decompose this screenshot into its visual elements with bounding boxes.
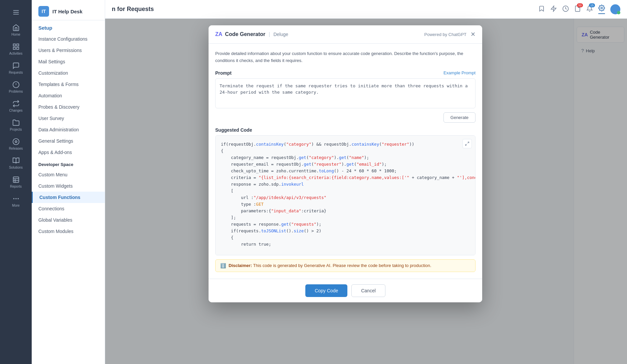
svg-line-23: [465, 144, 467, 145]
gear-icon[interactable]: [598, 5, 605, 14]
modal-subtitle: Deluge: [273, 32, 288, 37]
nav-item-apps-addons[interactable]: Apps & Add-ons: [32, 147, 105, 158]
sidebar-item-more[interactable]: More: [0, 192, 32, 211]
sidebar-item-solutions[interactable]: Solutions: [0, 154, 32, 173]
nav-item-automation[interactable]: Automation: [32, 90, 105, 101]
nav-item-general-settings[interactable]: General Settings: [32, 135, 105, 147]
nav-sidebar: IT IT Help Desk Setup Instance Configura…: [32, 0, 105, 364]
sidebar-item-reports[interactable]: Reports: [0, 173, 32, 192]
notes-icon[interactable]: 50: [574, 5, 581, 13]
nav-sidebar-header: IT IT Help Desk: [32, 0, 105, 20]
modal-title: Code Generator: [225, 31, 265, 37]
svg-point-11: [15, 141, 17, 143]
nav-section-setup: Setup: [32, 20, 105, 33]
sidebar-item-activities[interactable]: Activities: [0, 40, 32, 59]
nav-item-templates-forms[interactable]: Templates & Forms: [32, 79, 105, 90]
suggested-code-label: Suggested Code: [215, 127, 476, 133]
prompt-input[interactable]: Terminate the request if the same reques…: [215, 78, 476, 108]
code-generator-modal: ZA Code Generator | Deluge Powered by Ch…: [209, 25, 482, 302]
generate-row: Generate: [215, 112, 476, 123]
notes-badge: 50: [577, 3, 583, 7]
dev-space-section: Developer Space: [32, 158, 105, 169]
svg-rect-4: [16, 44, 18, 46]
cancel-button[interactable]: Cancel: [351, 284, 385, 297]
app-logo: IT: [38, 6, 49, 17]
prompt-row: Prompt Example Prompt: [215, 70, 476, 76]
nav-item-user-survey[interactable]: User Survey: [32, 113, 105, 124]
nav-item-custom-menu[interactable]: Custom Menu: [32, 169, 105, 180]
svg-point-18: [18, 198, 18, 199]
svg-marker-19: [551, 6, 556, 11]
svg-rect-6: [16, 47, 18, 49]
sidebar-item-home[interactable]: Home: [0, 21, 32, 40]
modal-footer: Copy Code Cancel: [209, 279, 482, 302]
nav-item-customization[interactable]: Customization: [32, 67, 105, 79]
sidebar-item-changes[interactable]: Changes: [0, 97, 32, 116]
modal-close-button[interactable]: ✕: [471, 31, 476, 38]
powered-by-label: Powered by ChatGPT: [424, 32, 466, 37]
bookmark-icon[interactable]: [538, 5, 545, 13]
code-block[interactable]: if(requestObj.containsKey("category") &&…: [215, 135, 476, 255]
svg-rect-3: [13, 44, 15, 46]
avatar[interactable]: [610, 4, 620, 14]
disclaimer-icon: ℹ️: [220, 263, 226, 268]
sidebar-item-releases[interactable]: Releases: [0, 135, 32, 154]
expand-code-button[interactable]: [462, 139, 472, 148]
icon-sidebar: Home Activities Requests Problems Change…: [0, 0, 32, 364]
topbar-title: n for Requests: [112, 6, 535, 13]
hamburger-menu-icon[interactable]: [0, 4, 32, 21]
topbar: n for Requests 50 15: [105, 0, 627, 19]
svg-point-17: [16, 198, 16, 199]
nav-item-users-permissions[interactable]: Users & Permissions: [32, 45, 105, 56]
active-status-dot: [617, 11, 620, 14]
sidebar-item-problems[interactable]: Problems: [0, 78, 32, 97]
svg-line-22: [467, 142, 469, 143]
nav-item-instance-configurations[interactable]: Instance Configurations: [32, 33, 105, 45]
nav-item-probes-discovery[interactable]: Probes & Discovery: [32, 101, 105, 113]
history-icon[interactable]: [562, 5, 569, 13]
nav-item-mail-settings[interactable]: Mail Settings: [32, 56, 105, 67]
bell-icon[interactable]: 15: [586, 5, 593, 13]
modal-title-icon: ZA: [215, 31, 222, 37]
code-content: if(requestObj.containsKey("category") &&…: [221, 141, 470, 248]
modal-header: ZA Code Generator | Deluge Powered by Ch…: [209, 25, 482, 44]
svg-point-16: [13, 198, 14, 199]
disclaimer-bar: ℹ️ Disclaimer: This code is generated by…: [215, 259, 476, 272]
lightning-icon[interactable]: [550, 5, 557, 13]
nav-item-data-administration[interactable]: Data Administration: [32, 124, 105, 135]
prompt-label: Prompt: [215, 70, 232, 76]
generate-button[interactable]: Generate: [443, 112, 476, 123]
svg-rect-5: [13, 47, 15, 49]
nav-item-global-variables[interactable]: Global Variables: [32, 214, 105, 226]
example-prompt-link[interactable]: Example Prompt: [443, 70, 476, 75]
disclaimer-text: Disclaimer: This code is generated by Ge…: [229, 263, 431, 268]
svg-point-21: [601, 7, 603, 9]
main-area: n for Requests 50 15: [105, 0, 627, 364]
modal-divider: |: [269, 31, 270, 37]
nav-item-custom-widgets[interactable]: Custom Widgets: [32, 180, 105, 192]
svg-point-10: [13, 139, 19, 145]
nav-item-connections[interactable]: Connections: [32, 203, 105, 214]
sidebar-item-projects[interactable]: Projects: [0, 116, 32, 135]
copy-code-button[interactable]: Copy Code: [305, 284, 347, 297]
app-name: IT Help Desk: [52, 9, 82, 14]
modal-description: Provide detailed information about your …: [215, 50, 476, 64]
content-area: ZA Code Generator ? Help ZA Code Generat…: [105, 19, 627, 364]
svg-rect-12: [13, 177, 19, 183]
nav-item-custom-modules[interactable]: Custom Modules: [32, 226, 105, 237]
nav-item-custom-functions[interactable]: Custom Functions: [32, 192, 105, 203]
modal-body: Provide detailed information about your …: [209, 44, 482, 279]
sidebar-item-requests[interactable]: Requests: [0, 59, 32, 78]
bell-badge: 15: [589, 3, 595, 7]
